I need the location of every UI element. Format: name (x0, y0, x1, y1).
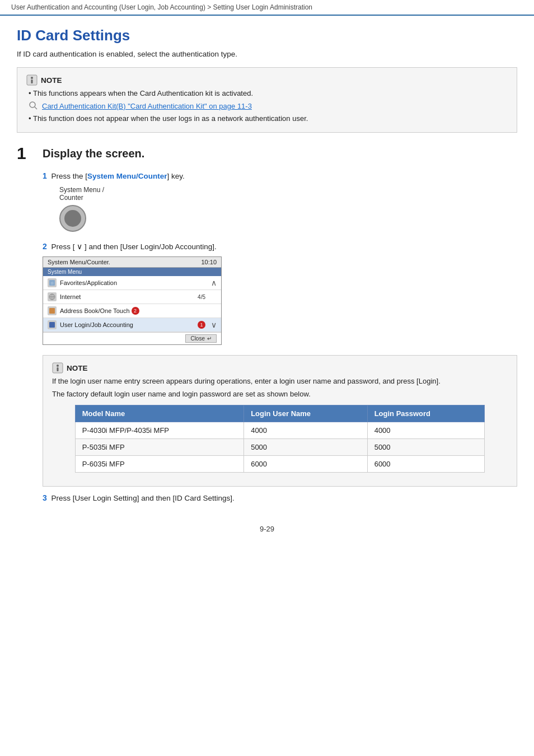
inner-note-icon (52, 362, 63, 374)
login-table: Model Name Login User Name Login Passwor… (75, 405, 485, 473)
system-menu-image: System Menu / Counter (59, 186, 517, 232)
note-bullet-2: • This function does not appear when the… (26, 114, 508, 123)
screen-menu-bar: System Menu (43, 268, 221, 276)
subtitle: If ID card authentication is enabled, se… (17, 50, 517, 58)
counter-label: 4/5 (198, 294, 205, 300)
step-major-1: 1 Display the screen. (17, 144, 517, 162)
svg-rect-2 (31, 80, 33, 83)
step-body: 1 Press the [System Menu/Counter] key. S… (43, 171, 517, 502)
favorites-icon: ☆ (48, 278, 57, 287)
screen-row-userlogin: User Login/Job Accounting 1 ∨ (43, 318, 221, 332)
screen-row-internet: Internet 4/5 (43, 290, 221, 304)
address-book-icon (48, 306, 57, 315)
svg-rect-14 (57, 367, 59, 371)
step-major-number: 1 (17, 144, 39, 162)
page-title: ID Card Settings (17, 27, 517, 44)
svg-point-13 (57, 365, 59, 367)
col-username: Login User Name (244, 405, 368, 422)
note-icon (26, 74, 38, 86)
substep-1-text: 1 Press the [System Menu/Counter] key. (43, 171, 517, 180)
userlogin-badge: 1 (198, 321, 205, 329)
inner-note-label: NOTE (67, 364, 88, 372)
substep-3-text: 3 Press [User Login Setting] and then [I… (43, 493, 517, 502)
substep-1: 1 Press the [System Menu/Counter] key. S… (43, 171, 517, 232)
page-number: 9-29 (17, 525, 517, 533)
svg-text:☆: ☆ (50, 281, 54, 285)
note-link-line: Card Authentication Kit(B) "Card Authent… (29, 101, 508, 111)
menu-button-image (59, 205, 86, 232)
step-major-title: Display the screen. (43, 144, 144, 160)
note-label: NOTE (41, 76, 62, 85)
substep-3: 3 Press [User Login Setting] and then [I… (43, 493, 517, 502)
search-icon (29, 101, 39, 111)
screen-close-bar: Close ↵ (43, 332, 221, 344)
screen-row-favorites: ☆ Favorites/Application ∧ (43, 276, 221, 290)
breadcrumb: User Authentication and Accounting (User… (0, 0, 534, 16)
svg-point-3 (30, 102, 35, 108)
note-box: NOTE • This functions appears when the C… (17, 67, 517, 133)
screen-row-address: Address Book/One Touch 2 (43, 304, 221, 318)
internet-icon (48, 292, 57, 301)
screen-mock: System Menu/Counter. 10:10 System Menu ☆… (43, 256, 222, 345)
svg-rect-10 (49, 308, 55, 314)
table-row: P-4030i MFP/P-4035i MFP 4000 4000 (75, 422, 485, 439)
substep-2: 2 Press [ ∨ ] and then [User Login/Job A… (43, 242, 517, 345)
col-password: Login Password (367, 405, 485, 422)
note-bullet-1: • This functions appears when the Card A… (26, 89, 508, 97)
card-auth-link[interactable]: Card Authentication Kit(B) "Card Authent… (42, 102, 252, 110)
userlogin-icon (48, 320, 57, 329)
table-row: P-5035i MFP 5000 5000 (75, 439, 485, 456)
svg-rect-11 (49, 322, 55, 328)
substep-2-text: 2 Press [ ∨ ] and then [User Login/Job A… (43, 242, 517, 251)
table-row: P-6035i MFP 6000 6000 (75, 456, 485, 473)
enter-icon: ↵ (207, 335, 212, 342)
col-model: Model Name (75, 405, 243, 422)
svg-line-4 (35, 107, 37, 109)
chevron-up-icon: ∧ (211, 278, 217, 287)
svg-point-1 (31, 77, 33, 79)
chevron-down-icon: ∨ (211, 320, 217, 329)
close-button[interactable]: Close ↵ (185, 334, 217, 343)
address-badge: 2 (132, 307, 139, 315)
inner-note-text2: The factory default login user name and … (52, 390, 508, 398)
inner-note-text1: If the login user name entry screen appe… (52, 377, 508, 385)
screen-title-bar: System Menu/Counter. 10:10 (43, 257, 221, 268)
inner-note-box: NOTE If the login user name entry screen… (43, 355, 517, 487)
